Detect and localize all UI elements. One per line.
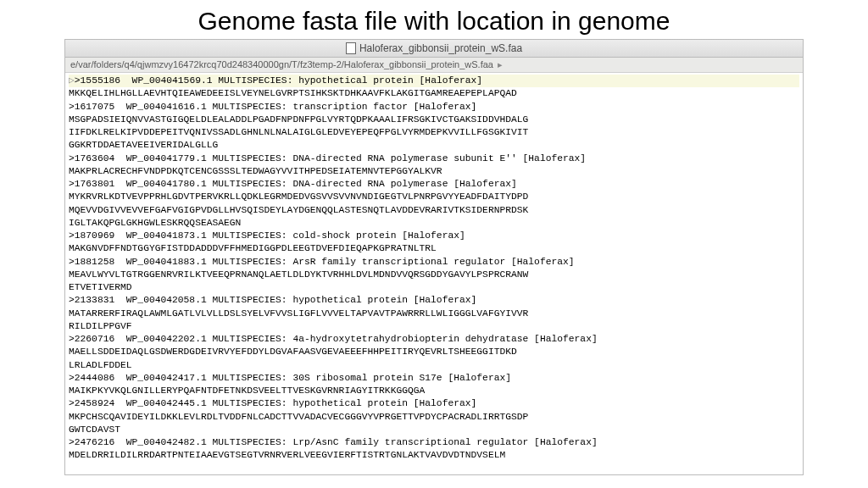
fasta-line: MAKPRLACRECHFVNDPDKQTCENCGSSSLTEDWAGYVVI… <box>69 166 442 176</box>
fasta-line: MYKRVRLKDTVEVPPRHLGDVTPERVKRLLQDKLEGRMDE… <box>69 191 528 202</box>
fasta-line: GGKRTDDAETAVEEIVERIDALGLLG <box>69 140 218 150</box>
fasta-line: MEAVLWYVLTGTRGGENRVRILKTVEEQPRNANQLAETLD… <box>69 269 528 280</box>
file-path: e/var/folders/q4/qjwmzvy16472krcq70d2483… <box>70 59 493 69</box>
fasta-line: MQEVVDGIVVEVVEFGAFVGIGPVDGLLHVSQISDEYLAY… <box>69 205 528 215</box>
fasta-line: ▷>1555186 WP_004041569.1 MULTISPECIES: h… <box>69 75 799 87</box>
fasta-line: >1763801 WP_004041780.1 MULTISPECIES: DN… <box>69 179 517 189</box>
fasta-line: IGLTAKQPGLGKHGWLESKRQQSEASAEGN <box>69 218 241 228</box>
fasta-line: MATARRERFIRAQLAWMLGATLVLVLLDSLSYELVFVVSL… <box>69 308 528 319</box>
file-content[interactable]: ▷>1555186 WP_004041569.1 MULTISPECIES: h… <box>65 73 803 474</box>
window-title-bar: Haloferax_gibbonsii_protein_wS.faa <box>65 40 803 58</box>
fasta-line: MSGPADSIEIQNVVASTGIGQELDLEALADDLPGADFNPD… <box>69 114 528 125</box>
fasta-line: MKKQELIHLHGLLAEVHTQIEAWEDEEISLVEYNELGVRP… <box>69 88 517 98</box>
fasta-line: >2133831 WP_004042058.1 MULTISPECIES: hy… <box>69 295 476 305</box>
fasta-line: >2476216 WP_004042482.1 MULTISPECIES: Lr… <box>69 437 598 447</box>
fasta-line: >1870969 WP_004041873.1 MULTISPECIES: co… <box>69 230 465 241</box>
fasta-line: >1617075 WP_004041616.1 MULTISPECIES: tr… <box>69 102 476 112</box>
text-editor-window: Haloferax_gibbonsii_protein_wS.faa e/var… <box>64 39 804 475</box>
fasta-line: ETVETIVERMD <box>69 282 132 292</box>
fasta-line: >2458924 WP_004042445.1 MULTISPECIES: hy… <box>69 398 476 408</box>
window-filename: Haloferax_gibbonsii_protein_wS.faa <box>359 42 522 54</box>
fasta-line: LRLADLFDDEL <box>69 360 132 370</box>
fasta-line: >1763604 WP_004041779.1 MULTISPECIES: DN… <box>69 153 586 164</box>
fasta-line: GWTCDAVST <box>69 424 120 435</box>
fasta-line: MKPCHSCQAVIDEYILDKKLEVLRDLTVDDFNLCADCTTV… <box>69 412 528 422</box>
cursor-icon: ▷ <box>69 75 75 86</box>
slide-title: Genome fasta file with location in genom… <box>0 0 868 39</box>
fasta-line: MAIKPKYVKQLGNILLERYPQAFNTDFETNKDSVEELTTV… <box>69 385 425 396</box>
fasta-line: RILDILPPGVF <box>69 321 132 331</box>
fasta-line: IIFDKLRELKIPVDDEPEITVQNIVSSADLGHNLNLNALA… <box>69 127 528 137</box>
fasta-line: >2444086 WP_004042417.1 MULTISPECIES: 30… <box>69 373 511 383</box>
fasta-line: >2260716 WP_004042202.1 MULTISPECIES: 4a… <box>69 334 598 344</box>
fasta-line: MAELLSDDEIDAQLGSDWERDGDEIVRVYEFDDYLDGVAF… <box>69 347 517 357</box>
document-icon <box>346 42 356 54</box>
fasta-line: MAKGNVDFFNDTGGYGFISTDDADDDVFFHMEDIGGPDLE… <box>69 243 437 253</box>
path-bar: e/var/folders/q4/qjwmzvy16472krcq70d2483… <box>65 58 803 73</box>
fasta-line: MDELDRRILDILRRDARTPNTEIAAEVGTSEGTVRNRVER… <box>69 450 505 460</box>
breadcrumb-separator-icon: ▸ <box>495 59 503 69</box>
fasta-line: >1881258 WP_004041883.1 MULTISPECIES: Ar… <box>69 257 575 267</box>
